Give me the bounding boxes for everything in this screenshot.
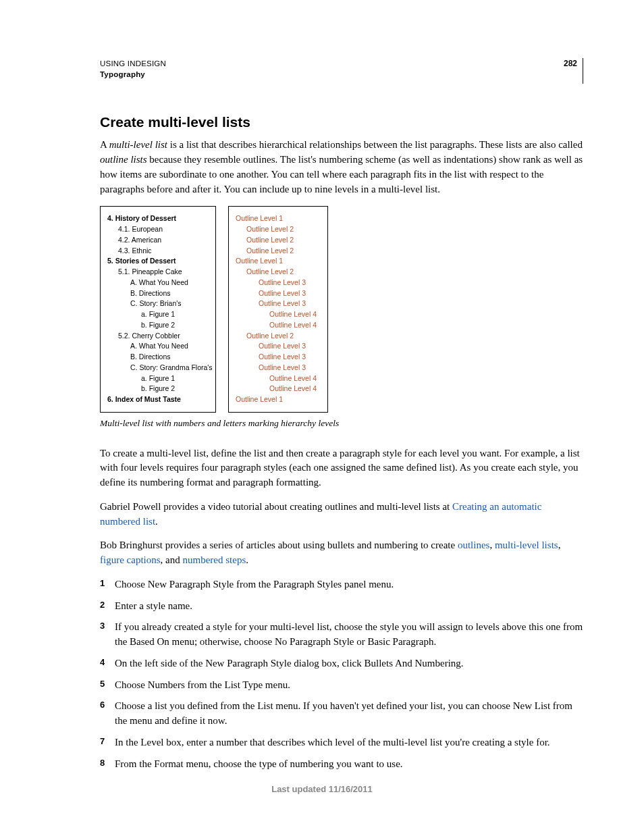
- outline-level-label: Outline Level 4: [236, 373, 322, 384]
- step-item: Choose Numbers from the List Type menu.: [100, 678, 583, 693]
- outline-item: 4.2. American: [107, 235, 210, 246]
- outline-item: 4.1. European: [107, 224, 210, 235]
- outline-item: 4.3. Ethnic: [107, 246, 210, 257]
- outline-level-label: Outline Level 3: [236, 288, 322, 299]
- link-numbered-steps[interactable]: numbered steps: [182, 554, 246, 565]
- outline-item: 5.2. Cherry Cobbler: [107, 331, 210, 342]
- link-multi-level-lists[interactable]: multi-level lists: [495, 540, 558, 550]
- term-outline-lists: outline lists: [100, 154, 147, 165]
- outline-item: 6. Index of Must Taste: [107, 394, 210, 405]
- header-left: USING INDESIGN Typography: [100, 58, 166, 80]
- outline-level-label: Outline Level 1: [236, 256, 322, 267]
- intro-paragraph: A multi-level list is a list that descri…: [100, 138, 583, 197]
- outline-level-label: Outline Level 2: [236, 331, 322, 342]
- outline-level-label: Outline Level 1: [236, 394, 322, 405]
- step-item: On the left side of the New Paragraph St…: [100, 656, 583, 671]
- step-item: In the Level box, enter a number that de…: [100, 735, 583, 750]
- text: Gabriel Powell provides a video tutorial…: [100, 501, 452, 512]
- text: .: [155, 516, 158, 527]
- figure-caption: Multi-level list with numbers and letter…: [100, 417, 583, 430]
- outline-item: A. What You Need: [107, 278, 210, 288]
- step-item: Choose New Paragraph Style from the Para…: [100, 577, 583, 592]
- outline-level-label: Outline Level 2: [236, 246, 322, 257]
- page-footer: Last updated 11/16/2011: [0, 783, 644, 796]
- outline-level-label: Outline Level 3: [236, 352, 322, 363]
- outline-item: C. Story: Grandma Flora's: [107, 363, 210, 373]
- outline-item: B. Directions: [107, 288, 210, 299]
- step-item: If you already created a style for your …: [100, 620, 583, 650]
- book-title: USING INDESIGN: [100, 58, 166, 69]
- outline-item: 5. Stories of Dessert: [107, 256, 210, 267]
- section-heading: Create multi-level lists: [100, 112, 583, 132]
- procedure-steps: Choose New Paragraph Style from the Para…: [100, 577, 583, 772]
- outline-item: 5.1. Pineapple Cake: [107, 267, 210, 278]
- link-figure-captions[interactable]: figure captions: [100, 554, 161, 565]
- outline-level-label: Outline Level 3: [236, 341, 322, 352]
- outline-item: C. Story: Brian's: [107, 298, 210, 309]
- text: because they resemble outlines. The list…: [100, 154, 583, 194]
- text: is a list that describes hierarchical re…: [167, 139, 583, 150]
- outline-level-label: Outline Level 4: [236, 384, 322, 394]
- text: ,: [558, 540, 561, 550]
- outline-item: a. Figure 1: [107, 373, 210, 384]
- body-paragraph: To create a multi-level list, define the…: [100, 446, 583, 490]
- figure-left-panel: 4. History of Dessert4.1. European4.2. A…: [100, 206, 216, 413]
- step-item: Choose a list you defined from the List …: [100, 699, 583, 729]
- text: ,: [489, 540, 495, 550]
- text: Bob Bringhurst provides a series of arti…: [100, 540, 458, 550]
- outline-level-label: Outline Level 2: [236, 267, 322, 278]
- outline-level-label: Outline Level 4: [236, 320, 322, 331]
- outline-item: a. Figure 1: [107, 309, 210, 320]
- outline-item: 4. History of Dessert: [107, 213, 210, 224]
- figure-right-panel: Outline Level 1Outline Level 2Outline Le…: [228, 206, 328, 413]
- figure-multi-level-list: 4. History of Dessert4.1. European4.2. A…: [100, 206, 583, 413]
- page-number: 282: [564, 58, 577, 70]
- chapter-title: Typography: [100, 69, 166, 80]
- running-header: USING INDESIGN Typography 282: [100, 58, 583, 84]
- outline-level-label: Outline Level 4: [236, 309, 322, 320]
- step-item: Enter a style name.: [100, 599, 583, 614]
- outline-level-label: Outline Level 2: [236, 235, 322, 246]
- outline-level-label: Outline Level 3: [236, 363, 322, 373]
- link-outlines[interactable]: outlines: [458, 540, 490, 550]
- outline-item: b. Figure 2: [107, 320, 210, 331]
- text: A: [100, 139, 109, 150]
- text: , and: [161, 554, 183, 565]
- outline-item: A. What You Need: [107, 341, 210, 352]
- term-multi-level-list: multi-level list: [109, 139, 167, 150]
- outline-level-label: Outline Level 3: [236, 278, 322, 288]
- body-paragraph: Bob Bringhurst provides a series of arti…: [100, 538, 583, 568]
- body-paragraph: Gabriel Powell provides a video tutorial…: [100, 500, 583, 529]
- outline-item: b. Figure 2: [107, 384, 210, 394]
- outline-level-label: Outline Level 3: [236, 298, 322, 309]
- outline-level-label: Outline Level 1: [236, 213, 322, 224]
- outline-level-label: Outline Level 2: [236, 224, 322, 235]
- step-item: From the Format menu, choose the type of…: [100, 757, 583, 772]
- text: .: [246, 554, 248, 565]
- outline-item: B. Directions: [107, 352, 210, 363]
